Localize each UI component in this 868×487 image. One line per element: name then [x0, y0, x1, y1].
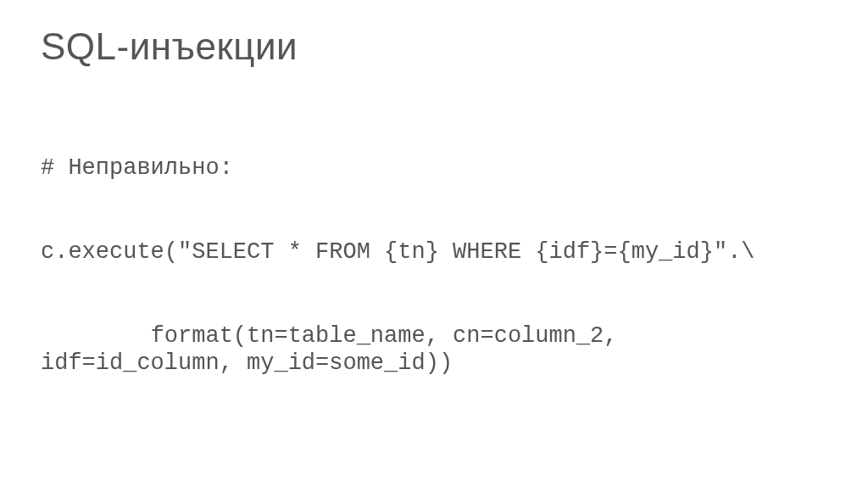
code-blank-line	[41, 434, 821, 462]
code-line: c.execute("SELECT * FROM {tn} WHERE {idf…	[41, 238, 821, 266]
code-line: format(tn=table_name, cn=column_2, idf=i…	[41, 322, 821, 378]
code-block: # Неправильно: c.execute("SELECT * FROM …	[41, 98, 821, 487]
slide-title: SQL-инъекции	[41, 25, 827, 68]
slide: SQL-инъекции # Неправильно: c.execute("S…	[0, 0, 868, 487]
code-line: # Неправильно:	[41, 154, 821, 182]
